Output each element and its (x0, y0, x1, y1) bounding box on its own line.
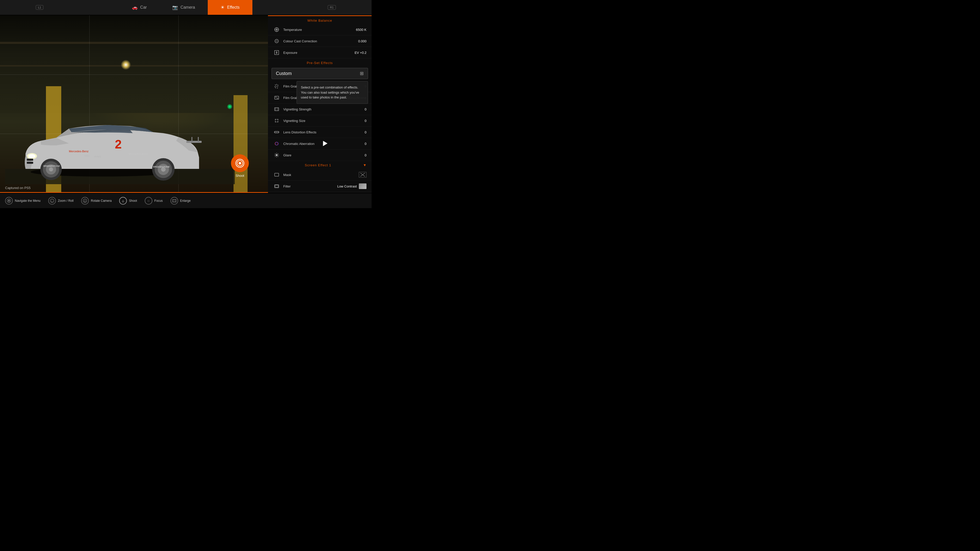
tab-camera[interactable]: 📷 Camera (159, 0, 208, 15)
svg-text:2: 2 (115, 138, 122, 151)
glare-label: Glare (283, 153, 365, 157)
navigate-btn (5, 197, 13, 205)
custom-bar[interactable]: Custom ⊞ (272, 68, 368, 79)
svg-line-65 (278, 156, 278, 157)
tooltip-box: Select a pre-set combination of effects.… (297, 81, 368, 104)
lens-distortion-value: 0 (365, 130, 366, 134)
glare-icon (273, 151, 280, 159)
svg-rect-3 (186, 141, 202, 143)
screen-effect-arrow: ▼ (363, 163, 366, 167)
vignetting-size-value: 0 (365, 119, 366, 123)
rotate-control: R Rotate Camera (81, 197, 111, 205)
svg-rect-45 (275, 96, 279, 99)
lens-distortion-label: Lens Distortion Effects (283, 130, 365, 134)
temperature-row[interactable]: Temperature 6500 K (268, 24, 372, 35)
svg-text:R: R (84, 200, 86, 202)
svg-point-15 (28, 154, 35, 158)
tab-car[interactable]: 🚗 Car (119, 0, 159, 15)
lens-distortion-row[interactable]: Lens Distortion Effects 0 (268, 127, 372, 138)
exposure-row[interactable]: Exposure EV +0.2 (268, 47, 372, 59)
svg-rect-50 (277, 108, 278, 109)
tab-car-label: Car (140, 5, 147, 10)
navigate-label: Navigate the Menu (15, 199, 41, 203)
exposure-icon (273, 49, 280, 56)
bg-overhead-light (121, 60, 131, 70)
tab-effects[interactable]: ☀ Effects (208, 0, 252, 15)
svg-text:AMG: AMG (84, 155, 89, 157)
mask-icon (273, 171, 280, 178)
svg-point-32 (275, 39, 278, 43)
svg-rect-4 (191, 137, 192, 142)
svg-rect-51 (275, 110, 276, 110)
chromatic-aberration-row[interactable]: Chromatic Aberration 0 (268, 138, 372, 149)
enlarge-label: Enlarge (180, 199, 191, 203)
svg-text:Mobil1: Mobil1 (94, 156, 101, 158)
triangle-symbol: △ (122, 200, 124, 202)
svg-point-43 (275, 87, 276, 88)
shoot-ctrl-btn: △ (119, 197, 127, 205)
shoot-circle-button[interactable] (231, 154, 249, 172)
focus-label: Focus (154, 199, 163, 203)
shoot-button-label: Shoot (231, 174, 249, 178)
tab-camera-label: Camera (180, 5, 195, 10)
svg-line-66 (278, 154, 278, 154)
svg-text:Mercedes-Benz: Mercedes-Benz (69, 150, 89, 153)
svg-rect-85 (172, 200, 176, 202)
colour-cast-icon (273, 38, 280, 44)
svg-rect-48 (275, 108, 279, 111)
exposure-label: Exposure (283, 51, 355, 55)
filter-thumbnail (359, 183, 366, 189)
temperature-icon (273, 26, 280, 33)
zoom-label: Zoom / Roll (58, 199, 73, 203)
individual-colour-row[interactable]: Individual Colour Tone Correction » (268, 192, 372, 193)
svg-text:Mercedes-Benz: Mercedes-Benz (129, 152, 149, 156)
shoot-button-container: Shoot (231, 154, 249, 178)
enlarge-control: Enlarge (170, 197, 191, 205)
svg-rect-52 (277, 110, 278, 110)
colour-cast-value: 0.000 (358, 39, 366, 43)
shutter-icon (235, 159, 245, 168)
filter-row[interactable]: Filter Low Contrast (268, 181, 372, 192)
film-grain-mode-icon (273, 94, 280, 101)
screen-effect-header-row[interactable]: Screen Effect 1 ▼ (268, 161, 372, 169)
svg-point-26 (239, 162, 241, 165)
glare-value: 0 (365, 153, 366, 157)
car-icon: 🚗 (132, 5, 138, 10)
svg-point-37 (275, 85, 276, 86)
svg-rect-5 (198, 137, 199, 142)
custom-label: Custom (276, 71, 360, 76)
temperature-label: Temperature (283, 28, 356, 32)
vignetting-strength-icon (273, 106, 280, 113)
tooltip-text: Select a pre-set combination of effects.… (301, 86, 359, 99)
svg-point-9 (49, 167, 53, 171)
bottom-bar: Navigate the Menu L Zoom / Roll R Rotate… (0, 193, 372, 208)
enlarge-btn (170, 197, 178, 205)
svg-rect-49 (275, 108, 276, 109)
colour-cast-row[interactable]: Colour Cast Correction 0.000 (268, 35, 372, 47)
svg-point-38 (277, 84, 277, 85)
zoom-btn: L (48, 197, 56, 205)
shoulder-r1-button[interactable]: R1 (328, 5, 336, 10)
rotate-label: Rotate Camera (91, 199, 111, 203)
navigate-control: Navigate the Menu (5, 197, 41, 205)
glare-row[interactable]: Glare 0 (268, 149, 372, 161)
mask-row[interactable]: Mask (268, 169, 372, 181)
orange-border-bottom (0, 192, 268, 193)
white-balance-header: White Balance (268, 16, 372, 24)
mask-thumbnail (359, 172, 366, 178)
lens-distortion-icon (273, 129, 280, 136)
vignetting-size-icon (273, 117, 280, 124)
exposure-value: EV +0.2 (355, 51, 366, 55)
filter-icon (273, 183, 280, 190)
svg-point-39 (278, 85, 278, 86)
shoulder-l1-button[interactable]: L1 (36, 5, 43, 10)
vignetting-size-row[interactable]: Vignetting Size 0 (268, 115, 372, 127)
filter-value: Low Contrast (337, 184, 357, 188)
svg-line-64 (275, 154, 275, 154)
svg-rect-68 (275, 173, 279, 176)
bg-pillar-right (234, 95, 248, 193)
vignetting-strength-row[interactable]: Vignetting Strength 0 (268, 103, 372, 115)
rotate-btn: R (81, 197, 89, 205)
svg-rect-16 (27, 159, 33, 161)
filter-label: Filter (283, 184, 337, 188)
